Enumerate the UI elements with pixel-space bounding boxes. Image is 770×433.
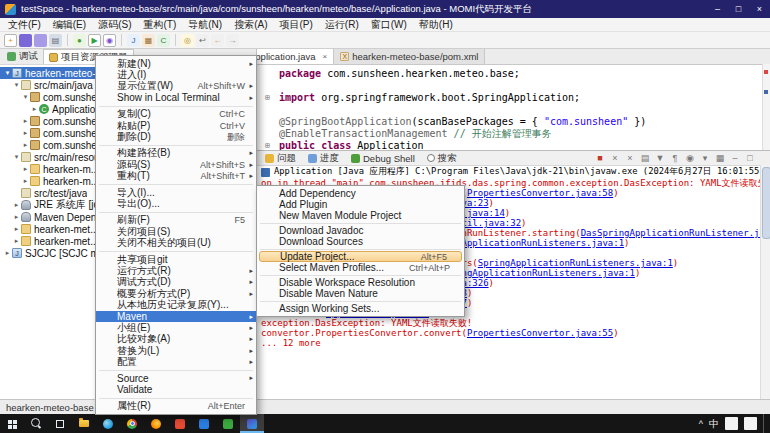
menu-item-properties[interactable]: 属性(R)Alt+Enter (96, 401, 256, 412)
menubar-item-6[interactable]: 项目(P) (273, 18, 318, 32)
console-tab-progress[interactable]: 进度 (302, 151, 345, 165)
tree-expander-icon[interactable]: ▸ (30, 105, 39, 113)
tree-expander-icon[interactable]: ▾ (3, 69, 12, 77)
menubar-item-3[interactable]: 重构(T) (137, 18, 182, 32)
back-icon[interactable]: ← (211, 34, 224, 47)
info-marker-icon[interactable] (764, 90, 768, 94)
menubar-item-0[interactable]: 文件(F) (2, 18, 47, 32)
tree-expander-icon[interactable]: ▸ (21, 141, 30, 149)
save-all-icon[interactable] (34, 34, 47, 47)
new-wizard-icon[interactable]: + (4, 34, 17, 47)
new-package-icon[interactable]: ▦ (142, 34, 155, 47)
search-icon[interactable]: ◎ (181, 34, 194, 47)
file-explorer-icon[interactable] (72, 414, 96, 433)
start-button[interactable] (0, 414, 24, 433)
tree-expander-icon[interactable]: ▸ (3, 249, 12, 257)
minimize-button[interactable]: – (707, 4, 728, 14)
menubar-item-5[interactable]: 搜索(A) (228, 18, 273, 32)
tree-expander-icon[interactable]: ▾ (21, 93, 30, 101)
menu-item-validate[interactable]: Validate (96, 384, 256, 395)
tree-expander-icon[interactable]: ▾ (12, 153, 21, 161)
menubar-item-8[interactable]: 窗口(W) (365, 18, 413, 32)
print-icon[interactable]: ▤ (49, 34, 62, 47)
menubar-item-2[interactable]: 源码(S) (92, 18, 137, 32)
menubar-item-9[interactable]: 帮助(H) (413, 18, 459, 32)
menu-item-show-in-local-terminal[interactable]: Show in Local Terminal▸ (96, 92, 256, 103)
menu-item-export[interactable]: 导出(O)... (96, 198, 256, 209)
menu-item-refactor[interactable]: 重构(T)Alt+Shift+T▸ (96, 171, 256, 182)
menubar-item-7[interactable]: 运行(R) (319, 18, 365, 32)
edge-icon[interactable] (96, 414, 120, 433)
last-edit-location-icon[interactable]: ↩ (196, 34, 209, 47)
fold-toggle-icon[interactable]: ⊞ (265, 140, 270, 150)
debug-icon[interactable]: ● (73, 34, 86, 47)
app-icon-green[interactable] (216, 414, 240, 433)
minimize-view-icon[interactable]: – (729, 153, 741, 163)
menu-item-show-in[interactable]: 显示位置(W)Alt+Shift+W▸ (96, 81, 256, 92)
maximize-button[interactable]: □ (728, 4, 749, 14)
menu-item-restore-from-local-history[interactable]: 从本地历史记录复原(Y)... (96, 299, 256, 310)
editor-tab[interactable]: JApplication.java× (257, 49, 334, 64)
menubar-item-1[interactable]: 编辑(E) (47, 18, 92, 32)
show-desktop-button[interactable] (763, 414, 767, 433)
menu-item-add-dependency[interactable]: Add Dependency (257, 188, 464, 199)
search-button[interactable] (24, 414, 48, 433)
code-editor[interactable]: package com.sunsheen.hearken.meteo.base;… (257, 65, 770, 150)
chrome-icon[interactable] (120, 414, 144, 433)
close-button[interactable]: × (749, 4, 770, 14)
tree-expander-icon[interactable]: ▸ (21, 129, 30, 137)
scrollbar-thumb[interactable] (762, 167, 770, 239)
tree-expander-icon[interactable]: ▸ (21, 165, 30, 173)
stack-trace-link[interactable]: SpringApplicationRunListeners.java:1 (478, 258, 673, 268)
maximize-view-icon[interactable]: □ (744, 153, 756, 163)
tree-expander-icon[interactable]: ▸ (21, 117, 30, 125)
menu-item-update-project[interactable]: Update Project...Alt+F5 (259, 251, 462, 262)
menu-item-download-javadoc[interactable]: Download Javadoc (257, 225, 464, 236)
stack-trace-link[interactable]: DasSpringApplicationRunListener.java:1 (581, 228, 770, 238)
menu-item-select-maven-profiles[interactable]: Select Maven Profiles...Ctrl+Alt+P (257, 262, 464, 273)
firefox-icon[interactable] (144, 414, 168, 433)
new-class-icon[interactable]: C (157, 34, 170, 47)
clear-console-icon[interactable]: ▤ (639, 153, 651, 163)
menu-item-add-plugin[interactable]: Add Plugin (257, 199, 464, 210)
close-tab-icon[interactable]: × (323, 52, 328, 61)
console-tab-search[interactable]: 搜索 (421, 151, 463, 165)
tray-badge-2[interactable] (744, 417, 757, 430)
editor-tab[interactable]: Xhearken-meteo-base/pom.xml (334, 49, 485, 64)
run-icon[interactable]: ▶ (88, 34, 101, 47)
pin-console-icon[interactable]: ◉ (684, 153, 696, 163)
tree-expander-icon[interactable]: ▸ (12, 201, 21, 209)
tray-badge-1[interactable] (725, 417, 738, 430)
console-scrollbar[interactable] (760, 165, 770, 399)
error-marker-icon[interactable] (764, 70, 768, 74)
momi-ide-icon[interactable] (240, 414, 264, 433)
menu-item-close-unrelated-projects[interactable]: 关闭不相关的项目(U) (96, 237, 256, 248)
console-selector-icon[interactable]: ▾ (699, 153, 711, 163)
stack-trace-link[interactable]: SpringApplicationRunListeners.java:1 (440, 268, 635, 278)
app-icon-red[interactable] (168, 414, 192, 433)
app-icon-blue[interactable] (192, 414, 216, 433)
profile-icon[interactable]: ◉ (103, 34, 116, 47)
tree-expander-icon[interactable]: ▾ (12, 81, 21, 89)
menu-item-assign-working-sets[interactable]: Assign Working Sets... (257, 303, 464, 314)
ime-indicator[interactable]: 中 (709, 417, 719, 431)
remove-launch-icon[interactable]: × (609, 153, 621, 163)
menu-item-download-sources[interactable]: Download Sources (257, 236, 464, 247)
save-icon[interactable] (19, 34, 32, 47)
word-wrap-icon[interactable]: ¶ (669, 153, 681, 163)
remove-all-launches-icon[interactable]: × (624, 153, 636, 163)
tree-expander-icon[interactable]: ▸ (12, 225, 21, 233)
scroll-lock-icon[interactable]: ▼ (654, 153, 666, 163)
task-view-button[interactable] (48, 414, 72, 433)
menu-item-source2[interactable]: Source▸ (96, 373, 256, 384)
stack-trace-link[interactable]: PropertiesConvertor.java:55 (467, 328, 613, 338)
view-tab-debug[interactable]: 调试 (2, 50, 43, 64)
fold-toggle-icon[interactable]: ⊞ (265, 92, 270, 104)
stack-trace-link[interactable]: PropertiesConvertor.java:58 (467, 188, 613, 198)
tree-expander-icon[interactable]: ▸ (21, 177, 30, 185)
forward-icon[interactable]: → (226, 34, 239, 47)
new-java-project-icon[interactable]: J (127, 34, 140, 47)
open-console-icon[interactable]: ▦ (714, 153, 726, 163)
menu-item-disable-maven-nature[interactable]: Disable Maven Nature (257, 288, 464, 299)
console-tab-problems[interactable]: 问题 (259, 151, 302, 165)
